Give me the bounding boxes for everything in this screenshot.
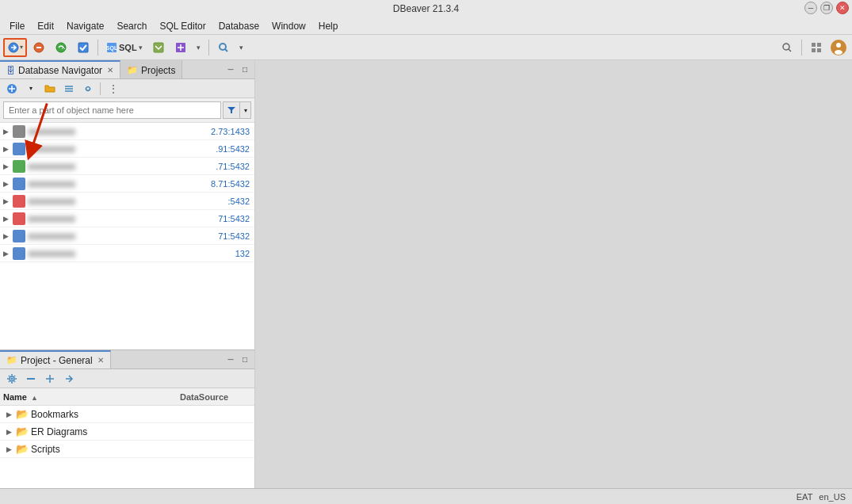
close-button[interactable]: ✕	[836, 2, 849, 14]
tree-item-5[interactable]: ▶ xxxxxxxxxx 71:5432	[0, 210, 254, 227]
svg-point-12	[783, 44, 789, 50]
status-eat: EAT	[797, 492, 813, 502]
open-console-button[interactable]	[148, 38, 169, 57]
menu-window[interactable]: Window	[266, 19, 312, 33]
svg-point-28	[11, 377, 13, 380]
collapse-all-icon	[63, 83, 75, 94]
svg-point-20	[835, 50, 842, 55]
project-minimize-button[interactable]: ─	[224, 353, 237, 366]
tree-arrow-6: ▶	[3, 232, 13, 240]
minimize-button[interactable]: ─	[804, 2, 817, 14]
db-navigator-tab[interactable]: 🗄 Database Navigator ✕	[0, 60, 120, 78]
project-general-tab[interactable]: 📁 Project - General ✕	[0, 350, 111, 368]
title-bar: DBeaver 21.3.4 ─ ❐ ✕	[0, 0, 852, 17]
search-dropdown[interactable]: ▾	[235, 41, 247, 54]
filter-button[interactable]	[223, 101, 240, 119]
project-item-bookmarks[interactable]: ▶ 📂 Bookmarks	[0, 406, 254, 423]
new-connection-button[interactable]	[3, 81, 21, 97]
svg-point-2	[56, 43, 66, 52]
reconnect-button[interactable]	[51, 38, 71, 57]
tree-arrow-1: ▶	[3, 145, 13, 153]
object-search-input[interactable]	[3, 101, 221, 119]
settings-icon	[6, 373, 17, 384]
sql-dropdown[interactable]: SQL SQL ▾	[102, 40, 147, 55]
tree-arrow-2: ▶	[3, 162, 13, 170]
project-settings-button[interactable]	[3, 371, 21, 387]
tree-item-1[interactable]: ▶ xxxxxxxxxx .91:5432	[0, 140, 254, 158]
more-options-button[interactable]: ⋮	[104, 81, 121, 97]
db-navigator-toolbar: ▾ ⋮	[0, 79, 254, 98]
tree-item-2[interactable]: ▶ xxxxxxxxxx .71:5432	[0, 158, 254, 175]
tree-item-6[interactable]: ▶ xxxxxxxxxx 71:5432	[0, 227, 254, 245]
menu-database[interactable]: Database	[212, 19, 266, 33]
filter-arrow-button[interactable]: ▾	[240, 101, 251, 119]
project-arrow-er: ▶	[6, 428, 16, 436]
disconnect-button[interactable]	[29, 38, 49, 57]
connect-button[interactable]: ▾	[3, 38, 27, 57]
svg-rect-16	[812, 48, 816, 52]
tree-label-7: xxxxxxxxxx	[28, 248, 235, 259]
open-folder-icon	[44, 83, 55, 94]
maximize-button[interactable]: ❐	[820, 2, 833, 14]
er-folder-icon: 📂	[16, 426, 29, 437]
connect-dropdown-arrow[interactable]: ▾	[20, 44, 23, 51]
open-folder-button[interactable]	[41, 81, 59, 97]
projects-tab-label: Projects	[141, 65, 175, 76]
project-item-er-diagrams[interactable]: ▶ 📂 ER Diagrams	[0, 423, 254, 441]
new-table-dropdown[interactable]: ▾	[193, 41, 204, 54]
new-table-button[interactable]	[170, 38, 191, 57]
sql-icon: SQL	[106, 42, 117, 53]
menu-file[interactable]: File	[3, 19, 31, 33]
user-profile-button[interactable]	[828, 38, 849, 57]
db-navigator-close-icon[interactable]: ✕	[107, 66, 113, 74]
link-editor-button[interactable]	[79, 81, 97, 97]
project-delete-button[interactable]	[22, 371, 40, 387]
project-add-button[interactable]	[41, 371, 59, 387]
search-button[interactable]	[213, 38, 234, 57]
main-area: 🗄 Database Navigator ✕ 📁 Projects ─ □	[0, 60, 852, 504]
tree-port-4: :5432	[227, 197, 254, 206]
project-tree[interactable]: ▶ 📂 Bookmarks ▶ 📂 ER Diagrams ▶ 📂 Script…	[0, 406, 254, 488]
title-bar-controls: ─ ❐ ✕	[804, 2, 849, 14]
tree-item-0[interactable]: ▶ xxxxxxxxxx 2.73:1433	[0, 123, 254, 140]
toolbar-sep-2	[208, 40, 209, 55]
status-bar-right: EAT en_US	[797, 492, 846, 502]
project-link-button[interactable]	[60, 371, 78, 387]
tree-arrow-5: ▶	[3, 215, 13, 223]
projects-tab-icon: 📁	[127, 65, 138, 75]
toolbar-sep-3	[801, 40, 802, 55]
project-item-scripts[interactable]: ▶ 📂 Scripts	[0, 441, 254, 458]
new-connection-dropdown[interactable]: ▾	[22, 81, 40, 97]
panel-maximize-button[interactable]: □	[239, 63, 251, 76]
tree-item-4[interactable]: ▶ xxxxxxxxxx :5432	[0, 193, 254, 210]
window-layout-button[interactable]	[806, 38, 827, 57]
new-connection-arrow-icon: ▾	[29, 85, 32, 92]
menu-edit[interactable]: Edit	[31, 19, 60, 33]
menu-navigate[interactable]: Navigate	[60, 19, 110, 33]
tree-port-0: 2.73:1433	[211, 127, 254, 136]
global-search-button[interactable]	[777, 38, 797, 57]
tree-port-3: 8.71:5432	[211, 179, 254, 189]
tree-item-7[interactable]: ▶ xxxxxxxxxx 132	[0, 245, 254, 262]
tree-arrow-4: ▶	[3, 197, 13, 205]
db-icon-1	[13, 143, 25, 155]
menu-sqleditor[interactable]: SQL Editor	[153, 19, 212, 33]
menu-search[interactable]: Search	[110, 19, 153, 33]
project-close-icon[interactable]: ✕	[97, 356, 104, 365]
db-icon-3	[13, 178, 25, 190]
project-maximize-button[interactable]: □	[239, 353, 251, 366]
tree-item-3[interactable]: ▶ xxxxxxxxxx 8.71:5432	[0, 175, 254, 193]
connect-icon	[7, 41, 20, 54]
status-locale: en_US	[819, 492, 846, 502]
sort-arrow-icon: ▲	[31, 394, 38, 402]
db-icon-0	[13, 125, 25, 138]
svg-text:SQL: SQL	[106, 45, 117, 52]
project-panel: 📁 Project - General ✕ ─ □	[0, 349, 255, 488]
collapse-all-button[interactable]	[60, 81, 78, 97]
commit-button[interactable]	[73, 38, 94, 57]
panel-minimize-button[interactable]: ─	[224, 63, 237, 76]
projects-tab[interactable]: 📁 Projects	[120, 60, 182, 78]
menu-help[interactable]: Help	[312, 19, 345, 33]
column-datasource-header: DataSource	[180, 392, 251, 402]
new-connection-icon	[6, 83, 17, 94]
